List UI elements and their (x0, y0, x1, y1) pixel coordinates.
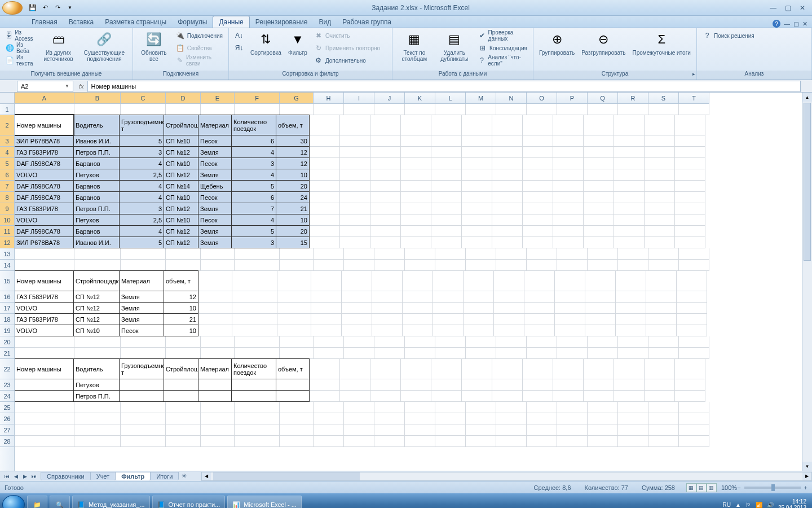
cell-K25[interactable] (405, 402, 435, 413)
cell-M21[interactable] (466, 348, 496, 359)
cell-R28[interactable] (618, 436, 648, 447)
col-header-J[interactable]: J (374, 93, 405, 103)
cell-O12[interactable] (523, 237, 553, 248)
cell-N22[interactable] (492, 359, 523, 379)
cell-H26[interactable] (314, 413, 344, 424)
cell-M2[interactable] (462, 115, 492, 135)
restore-workbook-icon[interactable]: ▢ (793, 20, 799, 28)
col-header-P[interactable]: P (557, 93, 588, 103)
cell-T2[interactable] (675, 115, 705, 135)
sort-az-button[interactable]: A↓ (232, 29, 246, 42)
solver-button[interactable]: ?Поиск решения (700, 29, 757, 42)
cell-B18[interactable]: СП №12 (73, 313, 120, 325)
cell-P18[interactable] (555, 314, 585, 325)
cell-E14[interactable] (201, 260, 235, 271)
cell-O18[interactable] (524, 314, 555, 325)
cell-Q28[interactable] (588, 436, 618, 447)
cell-T18[interactable] (677, 314, 707, 325)
cell-S21[interactable] (648, 348, 679, 359)
cell-M20[interactable] (466, 336, 496, 348)
cell-T11[interactable] (675, 226, 705, 237)
cell-Q26[interactable] (588, 413, 618, 424)
cell-R1[interactable] (618, 104, 648, 115)
cell-N19[interactable] (494, 325, 524, 336)
cell-B11[interactable]: Баранов (73, 225, 120, 237)
cell-I1[interactable] (344, 104, 374, 115)
cell-F26[interactable] (235, 413, 280, 424)
cell-G20[interactable] (280, 336, 314, 348)
cell-P14[interactable] (557, 260, 588, 271)
cells-area[interactable]: Номер машиныВодительГрузоподъемность, тС… (15, 104, 802, 471)
cell-O17[interactable] (524, 303, 555, 314)
cell-M3[interactable] (462, 135, 492, 147)
cell-M25[interactable] (466, 402, 496, 413)
cell-O6[interactable] (523, 169, 553, 181)
ungroup-button[interactable]: ⊖Разгруппировать (579, 29, 628, 57)
cell-I22[interactable] (340, 359, 370, 379)
vscroll-thumb[interactable] (804, 103, 811, 261)
cell-N6[interactable] (492, 169, 523, 181)
cell-A19[interactable]: VOLVO (15, 325, 74, 336)
cell-A7[interactable]: DAF Л598СА78 (15, 180, 74, 192)
cell-E21[interactable] (201, 348, 235, 359)
cell-L22[interactable] (431, 359, 462, 379)
cell-A23[interactable] (15, 379, 74, 391)
row-header-7[interactable]: 7 (0, 181, 14, 192)
cell-D12[interactable]: СП №12 (164, 237, 198, 248)
cell-Q3[interactable] (584, 135, 614, 147)
cell-D16[interactable]: 12 (164, 291, 198, 303)
cell-R16[interactable] (616, 291, 646, 303)
cell-M19[interactable] (464, 325, 494, 336)
cell-G8[interactable]: 24 (276, 191, 310, 203)
namebox-dropdown-icon[interactable]: ▼ (65, 84, 69, 89)
cell-L2[interactable] (431, 115, 462, 135)
cell-J22[interactable] (370, 359, 401, 379)
cell-K17[interactable] (403, 303, 433, 314)
cell-D5[interactable]: СП №10 (164, 157, 198, 169)
scroll-right-icon[interactable]: ▶ (802, 472, 811, 480)
cell-N14[interactable] (496, 260, 527, 271)
cell-D1[interactable] (166, 104, 201, 115)
cell-K7[interactable] (401, 181, 431, 192)
cell-D24[interactable] (164, 390, 198, 402)
cell-J21[interactable] (374, 348, 405, 359)
cell-C24[interactable] (119, 390, 164, 402)
cell-D4[interactable]: СП №12 (164, 146, 198, 158)
cell-D20[interactable] (166, 336, 201, 348)
cell-R21[interactable] (618, 348, 648, 359)
cell-C26[interactable] (121, 413, 166, 424)
cell-E18[interactable] (198, 314, 232, 325)
cell-K6[interactable] (401, 169, 431, 181)
network-icon[interactable]: 📶 (756, 502, 762, 508)
cell-Q1[interactable] (588, 104, 618, 115)
row-header-21[interactable]: 21 (0, 348, 14, 359)
cell-I19[interactable] (342, 325, 372, 336)
cell-I2[interactable] (340, 115, 370, 135)
cell-A3[interactable]: ЗИЛ Р678ВА78 (15, 135, 74, 147)
cell-O25[interactable] (527, 402, 557, 413)
cell-J24[interactable] (370, 391, 401, 402)
cell-L15[interactable] (433, 271, 464, 291)
cell-L24[interactable] (431, 391, 462, 402)
cell-I20[interactable] (344, 336, 374, 348)
cell-P13[interactable] (557, 248, 588, 260)
from-other-sources-button[interactable]: 🗃Из других источников (39, 29, 77, 63)
cell-R22[interactable] (614, 359, 645, 379)
cell-A5[interactable]: DAF Л598СА78 (15, 157, 74, 169)
cell-B15[interactable]: Стройплощадка (73, 270, 120, 291)
cell-T17[interactable] (677, 303, 707, 314)
cell-S24[interactable] (645, 391, 675, 402)
cell-O27[interactable] (527, 424, 557, 436)
row-header-20[interactable]: 20 (0, 336, 14, 348)
col-header-G[interactable]: G (280, 93, 314, 103)
cell-C12[interactable]: 5 (119, 237, 164, 248)
cell-M12[interactable] (462, 237, 492, 248)
cell-E26[interactable] (201, 413, 235, 424)
cell-O13[interactable] (527, 248, 557, 260)
cell-Q12[interactable] (584, 237, 614, 248)
cell-G14[interactable] (280, 260, 314, 271)
cell-S26[interactable] (648, 413, 679, 424)
cell-C4[interactable]: 3 (119, 146, 164, 158)
clock[interactable]: 14:12 25.04.2013 (778, 498, 806, 508)
cell-P21[interactable] (557, 348, 588, 359)
